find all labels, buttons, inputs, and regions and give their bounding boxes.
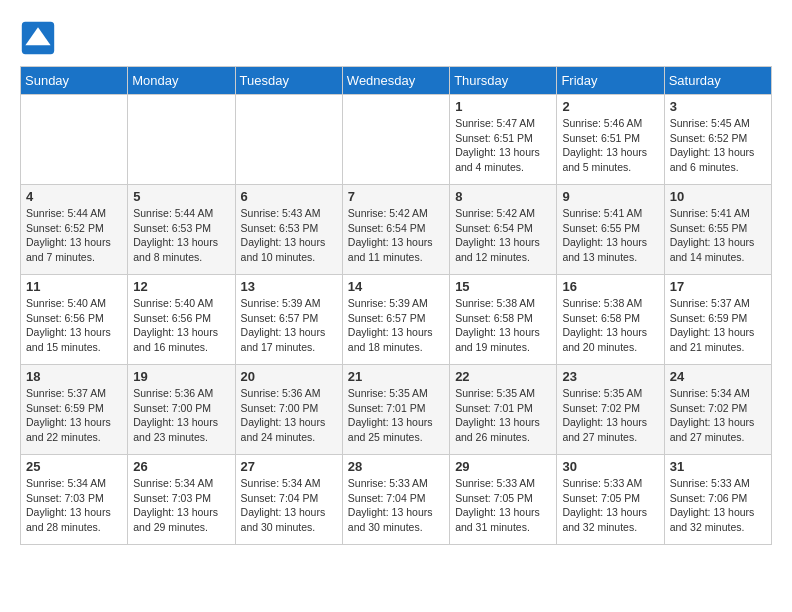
days-row: SundayMondayTuesdayWednesdayThursdayFrid… bbox=[21, 67, 772, 95]
calendar-cell: 29Sunrise: 5:33 AM Sunset: 7:05 PM Dayli… bbox=[450, 455, 557, 545]
day-info: Sunrise: 5:39 AM Sunset: 6:57 PM Dayligh… bbox=[348, 296, 444, 355]
day-number: 9 bbox=[562, 189, 658, 204]
day-info: Sunrise: 5:42 AM Sunset: 6:54 PM Dayligh… bbox=[455, 206, 551, 265]
calendar-cell: 5Sunrise: 5:44 AM Sunset: 6:53 PM Daylig… bbox=[128, 185, 235, 275]
day-info: Sunrise: 5:33 AM Sunset: 7:05 PM Dayligh… bbox=[562, 476, 658, 535]
day-number: 23 bbox=[562, 369, 658, 384]
calendar-cell: 30Sunrise: 5:33 AM Sunset: 7:05 PM Dayli… bbox=[557, 455, 664, 545]
day-info: Sunrise: 5:45 AM Sunset: 6:52 PM Dayligh… bbox=[670, 116, 766, 175]
calendar-cell: 28Sunrise: 5:33 AM Sunset: 7:04 PM Dayli… bbox=[342, 455, 449, 545]
day-number: 12 bbox=[133, 279, 229, 294]
day-number: 27 bbox=[241, 459, 337, 474]
day-number: 30 bbox=[562, 459, 658, 474]
calendar-cell bbox=[128, 95, 235, 185]
calendar-cell: 11Sunrise: 5:40 AM Sunset: 6:56 PM Dayli… bbox=[21, 275, 128, 365]
day-number: 15 bbox=[455, 279, 551, 294]
calendar-week-5: 25Sunrise: 5:34 AM Sunset: 7:03 PM Dayli… bbox=[21, 455, 772, 545]
day-number: 29 bbox=[455, 459, 551, 474]
calendar-cell: 24Sunrise: 5:34 AM Sunset: 7:02 PM Dayli… bbox=[664, 365, 771, 455]
day-info: Sunrise: 5:39 AM Sunset: 6:57 PM Dayligh… bbox=[241, 296, 337, 355]
day-info: Sunrise: 5:42 AM Sunset: 6:54 PM Dayligh… bbox=[348, 206, 444, 265]
day-info: Sunrise: 5:36 AM Sunset: 7:00 PM Dayligh… bbox=[133, 386, 229, 445]
calendar-cell: 27Sunrise: 5:34 AM Sunset: 7:04 PM Dayli… bbox=[235, 455, 342, 545]
calendar-week-1: 1Sunrise: 5:47 AM Sunset: 6:51 PM Daylig… bbox=[21, 95, 772, 185]
day-header-sunday: Sunday bbox=[21, 67, 128, 95]
calendar-cell: 10Sunrise: 5:41 AM Sunset: 6:55 PM Dayli… bbox=[664, 185, 771, 275]
day-number: 17 bbox=[670, 279, 766, 294]
day-header-thursday: Thursday bbox=[450, 67, 557, 95]
calendar-cell: 2Sunrise: 5:46 AM Sunset: 6:51 PM Daylig… bbox=[557, 95, 664, 185]
calendar-cell: 21Sunrise: 5:35 AM Sunset: 7:01 PM Dayli… bbox=[342, 365, 449, 455]
calendar-cell: 14Sunrise: 5:39 AM Sunset: 6:57 PM Dayli… bbox=[342, 275, 449, 365]
day-number: 14 bbox=[348, 279, 444, 294]
calendar-week-3: 11Sunrise: 5:40 AM Sunset: 6:56 PM Dayli… bbox=[21, 275, 772, 365]
day-info: Sunrise: 5:33 AM Sunset: 7:04 PM Dayligh… bbox=[348, 476, 444, 535]
day-header-friday: Friday bbox=[557, 67, 664, 95]
calendar-cell: 12Sunrise: 5:40 AM Sunset: 6:56 PM Dayli… bbox=[128, 275, 235, 365]
day-info: Sunrise: 5:38 AM Sunset: 6:58 PM Dayligh… bbox=[562, 296, 658, 355]
calendar-cell bbox=[342, 95, 449, 185]
day-number: 25 bbox=[26, 459, 122, 474]
calendar-cell: 15Sunrise: 5:38 AM Sunset: 6:58 PM Dayli… bbox=[450, 275, 557, 365]
calendar-cell: 3Sunrise: 5:45 AM Sunset: 6:52 PM Daylig… bbox=[664, 95, 771, 185]
day-info: Sunrise: 5:37 AM Sunset: 6:59 PM Dayligh… bbox=[26, 386, 122, 445]
calendar-cell: 17Sunrise: 5:37 AM Sunset: 6:59 PM Dayli… bbox=[664, 275, 771, 365]
calendar-cell: 19Sunrise: 5:36 AM Sunset: 7:00 PM Dayli… bbox=[128, 365, 235, 455]
day-info: Sunrise: 5:35 AM Sunset: 7:01 PM Dayligh… bbox=[455, 386, 551, 445]
day-number: 5 bbox=[133, 189, 229, 204]
day-info: Sunrise: 5:41 AM Sunset: 6:55 PM Dayligh… bbox=[670, 206, 766, 265]
calendar-cell: 7Sunrise: 5:42 AM Sunset: 6:54 PM Daylig… bbox=[342, 185, 449, 275]
calendar-cell: 9Sunrise: 5:41 AM Sunset: 6:55 PM Daylig… bbox=[557, 185, 664, 275]
calendar-cell: 13Sunrise: 5:39 AM Sunset: 6:57 PM Dayli… bbox=[235, 275, 342, 365]
day-number: 31 bbox=[670, 459, 766, 474]
calendar-cell: 8Sunrise: 5:42 AM Sunset: 6:54 PM Daylig… bbox=[450, 185, 557, 275]
day-info: Sunrise: 5:33 AM Sunset: 7:06 PM Dayligh… bbox=[670, 476, 766, 535]
day-number: 10 bbox=[670, 189, 766, 204]
day-info: Sunrise: 5:35 AM Sunset: 7:01 PM Dayligh… bbox=[348, 386, 444, 445]
day-info: Sunrise: 5:47 AM Sunset: 6:51 PM Dayligh… bbox=[455, 116, 551, 175]
page-header bbox=[20, 20, 772, 56]
day-number: 21 bbox=[348, 369, 444, 384]
day-info: Sunrise: 5:34 AM Sunset: 7:04 PM Dayligh… bbox=[241, 476, 337, 535]
day-number: 19 bbox=[133, 369, 229, 384]
day-header-monday: Monday bbox=[128, 67, 235, 95]
day-header-saturday: Saturday bbox=[664, 67, 771, 95]
day-info: Sunrise: 5:41 AM Sunset: 6:55 PM Dayligh… bbox=[562, 206, 658, 265]
logo bbox=[20, 20, 62, 56]
calendar-table: SundayMondayTuesdayWednesdayThursdayFrid… bbox=[20, 66, 772, 545]
day-number: 22 bbox=[455, 369, 551, 384]
calendar-cell: 31Sunrise: 5:33 AM Sunset: 7:06 PM Dayli… bbox=[664, 455, 771, 545]
day-info: Sunrise: 5:34 AM Sunset: 7:03 PM Dayligh… bbox=[133, 476, 229, 535]
calendar-cell: 22Sunrise: 5:35 AM Sunset: 7:01 PM Dayli… bbox=[450, 365, 557, 455]
day-number: 26 bbox=[133, 459, 229, 474]
day-info: Sunrise: 5:40 AM Sunset: 6:56 PM Dayligh… bbox=[26, 296, 122, 355]
calendar-week-4: 18Sunrise: 5:37 AM Sunset: 6:59 PM Dayli… bbox=[21, 365, 772, 455]
day-number: 28 bbox=[348, 459, 444, 474]
day-number: 6 bbox=[241, 189, 337, 204]
day-info: Sunrise: 5:46 AM Sunset: 6:51 PM Dayligh… bbox=[562, 116, 658, 175]
calendar-cell: 20Sunrise: 5:36 AM Sunset: 7:00 PM Dayli… bbox=[235, 365, 342, 455]
day-header-wednesday: Wednesday bbox=[342, 67, 449, 95]
day-number: 24 bbox=[670, 369, 766, 384]
day-info: Sunrise: 5:44 AM Sunset: 6:52 PM Dayligh… bbox=[26, 206, 122, 265]
day-number: 8 bbox=[455, 189, 551, 204]
calendar-week-2: 4Sunrise: 5:44 AM Sunset: 6:52 PM Daylig… bbox=[21, 185, 772, 275]
day-info: Sunrise: 5:43 AM Sunset: 6:53 PM Dayligh… bbox=[241, 206, 337, 265]
day-info: Sunrise: 5:36 AM Sunset: 7:00 PM Dayligh… bbox=[241, 386, 337, 445]
day-number: 7 bbox=[348, 189, 444, 204]
day-number: 16 bbox=[562, 279, 658, 294]
day-number: 2 bbox=[562, 99, 658, 114]
calendar-cell: 18Sunrise: 5:37 AM Sunset: 6:59 PM Dayli… bbox=[21, 365, 128, 455]
calendar-cell: 4Sunrise: 5:44 AM Sunset: 6:52 PM Daylig… bbox=[21, 185, 128, 275]
day-number: 1 bbox=[455, 99, 551, 114]
day-info: Sunrise: 5:34 AM Sunset: 7:03 PM Dayligh… bbox=[26, 476, 122, 535]
day-number: 4 bbox=[26, 189, 122, 204]
day-info: Sunrise: 5:44 AM Sunset: 6:53 PM Dayligh… bbox=[133, 206, 229, 265]
day-number: 18 bbox=[26, 369, 122, 384]
calendar-cell: 23Sunrise: 5:35 AM Sunset: 7:02 PM Dayli… bbox=[557, 365, 664, 455]
calendar-body: 1Sunrise: 5:47 AM Sunset: 6:51 PM Daylig… bbox=[21, 95, 772, 545]
day-header-tuesday: Tuesday bbox=[235, 67, 342, 95]
calendar-cell: 6Sunrise: 5:43 AM Sunset: 6:53 PM Daylig… bbox=[235, 185, 342, 275]
calendar-cell: 25Sunrise: 5:34 AM Sunset: 7:03 PM Dayli… bbox=[21, 455, 128, 545]
day-info: Sunrise: 5:35 AM Sunset: 7:02 PM Dayligh… bbox=[562, 386, 658, 445]
